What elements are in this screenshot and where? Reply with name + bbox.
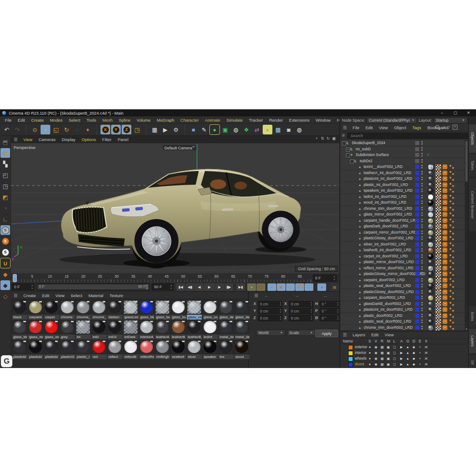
menu-volume[interactable]: Volume: [134, 118, 154, 123]
previous-frame-button[interactable]: ◀: [195, 283, 204, 291]
layer-g-icon[interactable]: ▲: [405, 361, 410, 367]
workplane-button[interactable]: ◆: [0, 269, 10, 279]
last-tool[interactable]: ◌: [72, 125, 82, 134]
phong-tag[interactable]: ~: [443, 194, 447, 199]
tab-content-browser[interactable]: Content Browser: [469, 178, 476, 231]
selection-tag[interactable]: [452, 286, 454, 288]
layer-color-tag[interactable]: [415, 260, 419, 264]
uvw-tag[interactable]: [435, 224, 441, 230]
lock-z-axis-button[interactable]: Z: [122, 125, 131, 134]
uvw-tag[interactable]: [435, 313, 441, 319]
selection-tag[interactable]: [450, 248, 451, 250]
material-int-1-4[interactable]: int: [76, 320, 91, 339]
material-tag[interactable]: [428, 200, 434, 206]
uvw-tag[interactable]: [435, 266, 441, 271]
layer-color-tag[interactable]: [415, 183, 419, 187]
viewport-menu-view[interactable]: View: [20, 137, 35, 142]
enable-toggles[interactable]: [421, 171, 423, 175]
layer-toggle[interactable]: [415, 159, 419, 163]
tab-takes[interactable]: Takes: [469, 154, 476, 177]
material-menu-select[interactable]: Select: [67, 293, 85, 298]
view-label[interactable]: Perspective: [14, 145, 36, 150]
layer-l-icon[interactable]: ◻: [392, 344, 397, 350]
material-seatbelt-2-10[interactable]: seatbelt: [171, 340, 186, 359]
enable-toggles[interactable]: [421, 260, 423, 264]
object-row-reflect-mirror-doorf002-lrd[interactable]: ▲reflect_mirror_doorF002_LRD~: [340, 265, 465, 271]
layer-menu-view[interactable]: View: [382, 332, 397, 337]
phong-tag[interactable]: ~: [443, 283, 447, 288]
range-grip[interactable]: [146, 284, 149, 290]
menu-animate[interactable]: Animate: [202, 118, 223, 123]
deformer-button[interactable]: ◍: [231, 125, 241, 134]
phong-tag[interactable]: ~: [443, 171, 447, 175]
spinner-arrows-icon[interactable]: ▲▼: [310, 315, 312, 320]
layer-g-icon[interactable]: ▲: [405, 344, 410, 350]
lock-workplane-button[interactable]: ◆: [0, 280, 10, 290]
layer-burger-icon[interactable]: ☰: [343, 332, 347, 337]
tweak-mode-button[interactable]: ◔: [0, 203, 10, 213]
selection-tag[interactable]: [450, 189, 451, 190]
layer-m-icon[interactable]: ▣: [386, 350, 390, 356]
layer-toggle[interactable]: [415, 141, 419, 145]
layer-a-icon[interactable]: ▶: [399, 361, 404, 367]
enable-toggles[interactable]: [421, 177, 423, 181]
make-editable-button[interactable]: ⬒: [0, 137, 10, 147]
layer-s-icon[interactable]: ●: [368, 356, 372, 361]
layer-color-tag[interactable]: [415, 290, 419, 294]
preview-range-slider[interactable]: 0 F 90 F: [37, 283, 149, 290]
layer-s-icon[interactable]: ●: [368, 350, 372, 356]
add-icon[interactable]: +: [453, 125, 457, 130]
selection-tag[interactable]: [452, 310, 454, 312]
enable-toggles[interactable]: [421, 236, 423, 241]
record-rotation-button[interactable]: ◯: [286, 283, 295, 291]
phong-tag[interactable]: ~: [443, 236, 447, 241]
layer-color-tag[interactable]: [415, 302, 419, 306]
layer-x-icon[interactable]: Ж: [424, 361, 428, 367]
enable-toggles[interactable]: [421, 254, 423, 259]
layer-color-tag[interactable]: [415, 236, 419, 240]
uvw-tag[interactable]: [435, 325, 441, 331]
search-input[interactable]: Search: [347, 133, 470, 139]
enable-toggles[interactable]: [421, 153, 423, 157]
om-menu-object[interactable]: Object: [391, 125, 409, 130]
object-row-plasticglossy-doorr002-lrd[interactable]: ▲plasticGlossy_doorR002_LRD~: [340, 289, 465, 295]
layer-toggle[interactable]: [415, 147, 419, 151]
menu-edit[interactable]: Edit: [15, 118, 28, 123]
position-x-field[interactable]: 0 cm▲▼: [258, 301, 283, 307]
layer-s-icon[interactable]: ●: [368, 361, 372, 367]
object-row-plastic-seal-doorr002-lrd[interactable]: ▲plastic_seal_doorR002_LRD~: [340, 319, 465, 324]
phong-tag[interactable]: ~: [443, 290, 447, 294]
material-black-0-0[interactable]: black: [12, 300, 27, 320]
menu-spline[interactable]: Spline: [116, 118, 134, 123]
enable-toggles[interactable]: [421, 284, 423, 288]
object-row-plastic-mirror-doorf002-lrd[interactable]: ▲plastic_mirror_doorF002_LRD~: [340, 259, 465, 265]
material-tag[interactable]: [428, 265, 434, 271]
selection-tag[interactable]: [450, 254, 451, 256]
object-tree-scrollbar[interactable]: ▲ ▼: [465, 140, 468, 331]
selection-tag[interactable]: [452, 221, 454, 223]
uvw-tag[interactable]: [435, 295, 441, 301]
phong-tag[interactable]: ~: [443, 260, 447, 264]
spacing-button[interactable]: ⇄: [252, 125, 262, 134]
layer-a-icon[interactable]: ▶: [399, 356, 404, 361]
selection-tag[interactable]: [450, 236, 451, 238]
material-intd2-1-6[interactable]: intD2: [108, 320, 123, 339]
material-glassled-0-7[interactable]: glassLed: [123, 300, 138, 320]
menu-window[interactable]: Window: [312, 118, 334, 123]
uvw-tag[interactable]: [435, 301, 441, 307]
enable-toggles[interactable]: [421, 212, 423, 217]
layer-r-icon[interactable]: ▦: [380, 356, 384, 361]
layer-m-icon[interactable]: ▣: [386, 361, 390, 367]
uvw-tag[interactable]: [435, 283, 441, 289]
add-cube-object-button[interactable]: ■: [189, 125, 198, 134]
filter-icon[interactable]: ▽: [447, 125, 450, 129]
texture-mode-button[interactable]: ▚: [0, 159, 10, 169]
uvw-tag[interactable]: [435, 254, 441, 260]
material-speaker-2-12[interactable]: speaker: [203, 340, 218, 359]
selection-tag[interactable]: [452, 245, 454, 246]
expander-icon[interactable]: -: [342, 141, 346, 145]
viewport-zoom-icon[interactable]: ⇅: [320, 136, 325, 141]
position-y-field[interactable]: 0 cm▲▼: [258, 308, 283, 314]
uvw-tag[interactable]: [435, 206, 441, 212]
viewport-menu-options[interactable]: Options: [78, 137, 99, 142]
